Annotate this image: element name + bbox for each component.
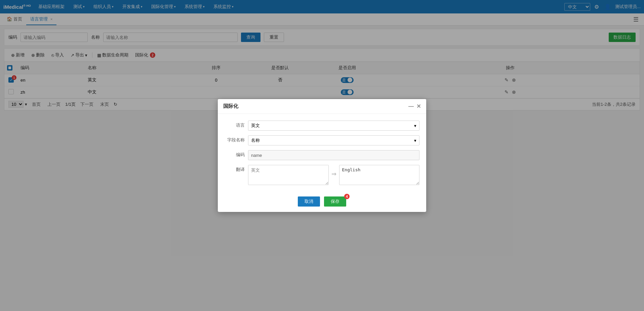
dialog-title: 国际化 — [223, 103, 238, 109]
i18n-dialog: 国际化 — ✕ 语言 英文 ▾ 字段名称 — [218, 99, 426, 114]
dialog-overlay: 国际化 — ✕ 语言 英文 ▾ 字段名称 — [0, 0, 644, 114]
dialog-close-icon[interactable]: ✕ — [416, 104, 421, 109]
dialog-header-actions: — ✕ — [408, 104, 421, 109]
dialog-header: 国际化 — ✕ — [218, 99, 426, 114]
dialog-minimize-icon[interactable]: — — [408, 104, 414, 109]
